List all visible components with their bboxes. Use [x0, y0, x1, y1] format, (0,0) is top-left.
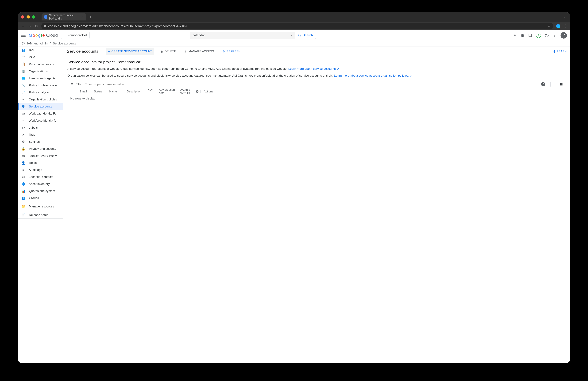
close-window-icon[interactable] [21, 15, 24, 19]
search-button[interactable]: Search [295, 32, 316, 39]
col-oauth-client-id[interactable]: OAuth 2 client ID? [178, 88, 200, 95]
filter-input[interactable] [85, 83, 148, 86]
oauth-help-icon[interactable]: ? [196, 90, 198, 93]
sidebar-item-label: Service accounts [29, 105, 52, 108]
reload-icon[interactable]: ⟳ [35, 24, 38, 29]
sidebar-item-label: Release notes [29, 213, 48, 217]
sidebar-item-label: Settings [29, 140, 40, 143]
person-plus-icon [184, 50, 187, 53]
gemini-icon[interactable]: ✦ [513, 33, 517, 38]
sidebar-item-pam[interactable]: 🛡PAM [18, 54, 63, 61]
refresh-icon: ↻ [222, 50, 225, 53]
sidebar-item-principal-access-bound[interactable]: 📋Principal access bound... [18, 61, 63, 68]
sidebar-item-icon: ▭ [21, 154, 25, 158]
sidebar-item-icon: 📁 [21, 204, 25, 208]
sidebar-item-icon: ≡ [21, 168, 25, 172]
bookmark-icon[interactable]: ☆ [547, 24, 551, 28]
window-controls[interactable] [21, 15, 35, 19]
graduation-cap-icon [553, 50, 556, 53]
filter-label: Filter [76, 83, 83, 86]
sidebar-item-organisations[interactable]: 🏢Organisations [18, 68, 63, 75]
google-cloud-logo[interactable]: Google Cloud [29, 33, 58, 38]
sidebar-item-manage-resources[interactable]: 📁Manage resources [18, 203, 63, 210]
sidebar-item-label: Identity and organisation [29, 77, 60, 80]
sidebar-item-icon: 🔒 [21, 147, 25, 151]
extension-icon[interactable] [556, 24, 560, 28]
cloud-shell-icon[interactable] [528, 33, 532, 37]
browser-tab[interactable]: Service accounts – IAM and a × [42, 13, 86, 21]
learn-more-service-accounts-link[interactable]: Learn more about service accounts. [288, 67, 336, 70]
sidebar-item-release-notes[interactable]: 📄Release notes [18, 211, 63, 219]
more-menu-icon[interactable]: ⋮ [552, 33, 557, 38]
back-icon[interactable]: ← [21, 24, 25, 29]
browser-menu-icon[interactable]: ⋮ [563, 24, 567, 29]
sidebar-item-identity-and-organisation[interactable]: 🌐Identity and organisation [18, 75, 63, 82]
site-info-icon[interactable]: ⚙ [44, 24, 46, 28]
sidebar-item-privacy-and-security[interactable]: 🔒Privacy and security [18, 145, 63, 152]
search-input[interactable]: calendar × [190, 32, 295, 39]
learn-more-org-policies-link[interactable]: Learn more about service account organis… [334, 74, 409, 77]
sidebar-item-label: Manage resources [29, 205, 54, 208]
sidebar-item-iam[interactable]: 👥IAM [18, 47, 63, 54]
breadcrumb-section[interactable]: IAM and admin [27, 42, 48, 45]
new-tab-button[interactable]: + [89, 15, 92, 20]
app: Google Cloud ⠿ PomodoroBot calendar × Se… [18, 30, 570, 363]
sidebar-item-workload-identity-fede[interactable]: ▭Workload Identity Fede... [18, 110, 63, 117]
learn-button[interactable]: LEARN [553, 50, 567, 53]
sidebar-item-essential-contacts[interactable]: ✉Essential contacts [18, 173, 63, 180]
tab-close-icon[interactable]: × [82, 15, 84, 19]
help-icon[interactable] [545, 33, 549, 37]
notifications-badge[interactable]: 4 [536, 33, 541, 38]
forward-icon[interactable]: → [28, 24, 32, 29]
nav-menu-icon[interactable] [21, 33, 25, 38]
sidebar-item-settings[interactable]: ⚙Settings [18, 138, 63, 145]
sidebar-item-label: Groups [29, 196, 39, 200]
sidebar-item-label: Tags [29, 133, 35, 136]
address-bar[interactable]: ⚙ console.cloud.google.com/iam-admin/ser… [41, 23, 553, 29]
sidebar-item-organisation-policies[interactable]: ≡Organisation policies [18, 96, 63, 103]
col-name[interactable]: Name↑ [107, 90, 125, 93]
filter-help-icon[interactable]: ? [541, 82, 545, 86]
sidebar-item-tags[interactable]: ➤Tags [18, 131, 63, 138]
col-key-id[interactable]: Key ID [146, 88, 157, 95]
create-service-account-button[interactable]: + CREATE SERVICE ACCOUNT [106, 48, 154, 55]
gift-icon[interactable] [521, 33, 525, 37]
sidebar-item-roles[interactable]: 👤Roles [18, 159, 63, 166]
sidebar-item-workforce-identity-fede[interactable]: ≡Workforce identity fede... [18, 117, 63, 124]
col-actions: Actions [200, 90, 216, 93]
sidebar-item-icon: 📄 [21, 213, 25, 217]
sidebar-item-policy-analyser[interactable]: 📄Policy analyser [18, 89, 63, 96]
filter-icon [70, 83, 74, 86]
sidebar-item-label: Identity-Aware Proxy [29, 154, 57, 157]
tabs-menu-icon[interactable]: ⌄ [563, 15, 566, 19]
sidebar-item-asset-inventory[interactable]: 🔷Asset inventory [18, 180, 63, 187]
sidebar: 👥IAM🛡PAM📋Principal access bound...🏢Organ… [18, 47, 63, 363]
sidebar-item-label: Labels [29, 126, 38, 129]
col-email[interactable]: Email [78, 90, 92, 93]
sidebar-item-icon: 🛡 [21, 55, 25, 59]
maximize-window-icon[interactable] [32, 15, 35, 19]
account-avatar[interactable]: C [561, 32, 567, 39]
delete-button[interactable]: DELETE [159, 48, 178, 54]
sidebar-item-quotas-and-system-limi[interactable]: 📊Quotas and system limi... [18, 187, 63, 195]
project-selector[interactable]: ⠿ PomodoroBot [61, 32, 90, 39]
minimize-window-icon[interactable] [26, 15, 30, 19]
col-key-creation-date[interactable]: Key creation date [157, 88, 178, 95]
sidebar-item-icon: 👤 [21, 161, 25, 165]
col-description[interactable]: Description [125, 90, 146, 93]
refresh-button[interactable]: ↻ REFRESH [220, 48, 242, 55]
sidebar-item-icon: 📊 [21, 189, 25, 193]
sidebar-item-policy-troubleshooter[interactable]: 🔧Policy troubleshooter [18, 82, 63, 89]
column-settings-icon[interactable] [560, 83, 563, 86]
sidebar-item-audit-logs[interactable]: ≡Audit logs [18, 166, 63, 173]
manage-access-button[interactable]: MANAGE ACCESS [183, 48, 216, 54]
select-all-checkbox[interactable] [72, 90, 75, 93]
sidebar-item-labels[interactable]: 🏷Labels [18, 124, 63, 131]
sidebar-item-groups[interactable]: 👥Groups [18, 195, 63, 202]
clear-search-icon[interactable]: × [291, 33, 293, 37]
collapse-sidebar-button[interactable]: ‹ [18, 219, 63, 225]
svg-rect-5 [529, 34, 532, 37]
sidebar-item-identity-aware-proxy[interactable]: ▭Identity-Aware Proxy [18, 152, 63, 159]
sidebar-item-service-accounts[interactable]: 👤Service accounts [18, 103, 63, 110]
col-status[interactable]: Status [92, 90, 107, 93]
